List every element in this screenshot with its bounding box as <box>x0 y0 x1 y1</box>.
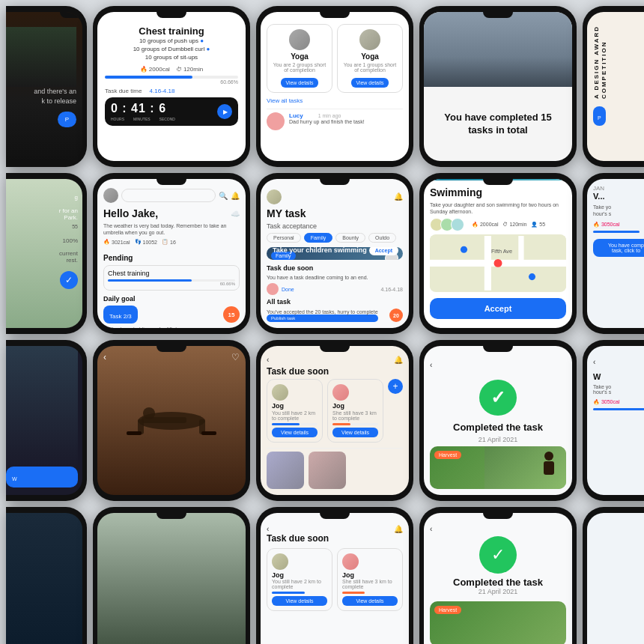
bottom-trees-screen <box>97 513 246 644</box>
timer-display: 0 : 41 : 6 HOURS MINUTES SECOND <box>111 102 175 121</box>
tab-personal[interactable]: Personal <box>267 233 301 243</box>
jog-card-1: Jog You still have 2 km to complete View… <box>267 379 323 443</box>
dark-btn-label: W <box>12 476 17 482</box>
bottom-jog-2: Jog She still have 3 km to complete View… <box>337 548 403 611</box>
svg-point-6 <box>529 273 535 280</box>
back-button-jog[interactable]: ‹ <box>267 356 269 364</box>
bottom-jog-name-2: Jog <box>342 571 398 579</box>
swimming-desc: Take your daughter and son swimming for … <box>430 201 566 215</box>
greeting-text: Hello Jake, <box>103 207 158 219</box>
forest-button[interactable]: P <box>58 112 76 127</box>
task-card-family[interactable]: Family Take your children swimming Accep… <box>267 247 403 260</box>
crowd-photo <box>424 12 572 87</box>
progress-bar <box>105 76 238 79</box>
due-text: You have a task deadline coming to an en… <box>267 275 403 280</box>
notch <box>157 12 186 18</box>
swimming-accept-button[interactable]: Accept <box>430 298 566 319</box>
dark-button[interactable]: W <box>6 467 78 487</box>
bottom-jog-1: Jog You still have 2 km to complete View… <box>267 548 332 611</box>
all-task-section: All task <box>267 298 403 306</box>
done-label: Done <box>282 287 294 292</box>
partial-button[interactable]: You have comptask, click to <box>593 239 644 257</box>
due-date: 4.16-4.18 <box>380 287 403 292</box>
svg-rect-13 <box>127 431 142 435</box>
time-stat: ⏱ 120min <box>176 66 203 73</box>
completed-title: You have completed 15 tasks in total <box>431 112 565 137</box>
back-btn-bottom[interactable]: ‹ <box>267 525 269 533</box>
chest-training-screen: Chest training 10 groups of push ups ● 1… <box>97 12 246 161</box>
yoga-avatar-1 <box>289 29 310 50</box>
phone-pushup: ‹ ♡ <box>93 340 250 501</box>
task-acceptance-label: Task acceptance <box>267 222 403 230</box>
search-bar[interactable] <box>121 189 216 202</box>
yoga-name-2: Yoga <box>342 52 398 61</box>
back-button-partial-r3[interactable]: ‹ <box>593 358 644 366</box>
task-bell-icon[interactable]: 🔔 <box>394 192 403 201</box>
award-screen: A DESIGN AWARDCOMPETITION P <box>587 12 644 161</box>
tab-outdo[interactable]: Outdo <box>368 233 396 243</box>
workout-partial-desc: Take yohour's s <box>593 204 644 217</box>
jog-sub-1: You still have 2 km to complete <box>272 410 318 421</box>
back-btn-bottom-2[interactable]: ‹ <box>430 525 432 533</box>
exercise-item-3: 10 groups of sit-ups <box>105 54 238 61</box>
svg-point-15 <box>544 452 553 461</box>
jake-cal: 🔥 3021cal <box>103 239 130 245</box>
bell-icon[interactable]: 🔔 <box>231 192 240 200</box>
svg-point-5 <box>461 246 467 253</box>
tab-bounty[interactable]: Bounty <box>335 233 365 243</box>
swimming-info: Swimming Take your daughter and son swim… <box>424 180 572 328</box>
phone-task-due-jog: ‹ 🔔 Task due soon Jog You still have 2 k… <box>256 340 413 501</box>
phone-bottom-right <box>583 507 644 644</box>
heart-icon-pushup[interactable]: ♡ <box>231 352 240 362</box>
bottom-jog-av-2 <box>342 553 359 570</box>
bottom-view-btn-2[interactable]: View details <box>342 596 398 606</box>
yoga-sub-2: You are 1 groups short of completion <box>342 62 398 73</box>
notch-bottom-completed <box>483 513 513 519</box>
task-button[interactable]: Task 2/3 <box>103 306 138 323</box>
jog-sub-2: She still have 3 km to complete <box>332 410 378 421</box>
award-button[interactable]: P <box>593 106 606 126</box>
tab-family[interactable]: Family <box>304 233 333 243</box>
participant-avatars <box>430 218 464 231</box>
pushup-silhouette <box>127 398 216 443</box>
progress-percent: 60.66% <box>105 79 238 85</box>
phone-hello-jake: 🔍 🔔 Hello Jake, ☁️ The weather is very b… <box>93 173 250 334</box>
back-button-pushup[interactable]: ‹ <box>103 352 106 362</box>
yoga-screen: Yoga You are 2 groups short of completio… <box>261 12 409 161</box>
check-button[interactable] <box>60 271 78 289</box>
back-button-completed[interactable]: ‹ <box>430 361 432 369</box>
current-text: currentrest. <box>59 250 78 264</box>
view-details-btn-2[interactable]: View details <box>351 78 388 88</box>
view-all-link[interactable]: View all tasks <box>267 97 403 104</box>
forest-text: and there's ank to release <box>34 87 76 106</box>
holding-message: You've been holding on for 15 days. <box>103 326 240 328</box>
bottom-task-title: Task due soon <box>267 533 403 544</box>
add-card-button[interactable] <box>388 379 403 394</box>
green-screen: gr for anPark. 55 100% currentrest. <box>6 179 82 328</box>
svg-rect-3 <box>518 236 523 263</box>
svg-rect-14 <box>201 431 216 435</box>
bottom-view-btn-1[interactable]: View details <box>272 596 327 606</box>
pushup-screen: ‹ ♡ <box>97 346 246 495</box>
task-header: 🔔 <box>267 189 403 204</box>
due-soon-section: Task due soon <box>267 264 403 272</box>
award-title: A DESIGN AWARDCOMPETITION <box>593 25 607 99</box>
completed-15-screen: You have completed 15 tasks in total <box>424 12 572 161</box>
due-avatar <box>267 283 279 295</box>
completion-checkmark <box>479 380 517 416</box>
jog-card-2: Jog She still have 3 km to complete View… <box>327 379 383 443</box>
bell-icon-jog[interactable]: 🔔 <box>394 356 403 364</box>
bell-bottom[interactable]: 🔔 <box>394 525 403 533</box>
partial-row3-right-screen: ‹ W Take yohour's s 🔥 3050cal <box>587 346 644 495</box>
timer-widget: 0 : 41 : 6 HOURS MINUTES SECOND <box>105 97 238 126</box>
accept-button[interactable]: Accept <box>369 247 398 255</box>
yoga-name-1: Yoga <box>272 52 327 61</box>
notch-jog <box>320 346 350 352</box>
play-button[interactable] <box>217 104 232 119</box>
jog-view-btn-2[interactable]: View details <box>332 428 378 437</box>
publish-task-button[interactable]: Publish task <box>267 315 378 322</box>
jog-view-btn-1[interactable]: View details <box>272 428 318 437</box>
photo-overlay <box>424 57 572 87</box>
view-details-btn-1[interactable]: View details <box>281 78 318 88</box>
chest-training-title: Chest training <box>105 25 238 37</box>
